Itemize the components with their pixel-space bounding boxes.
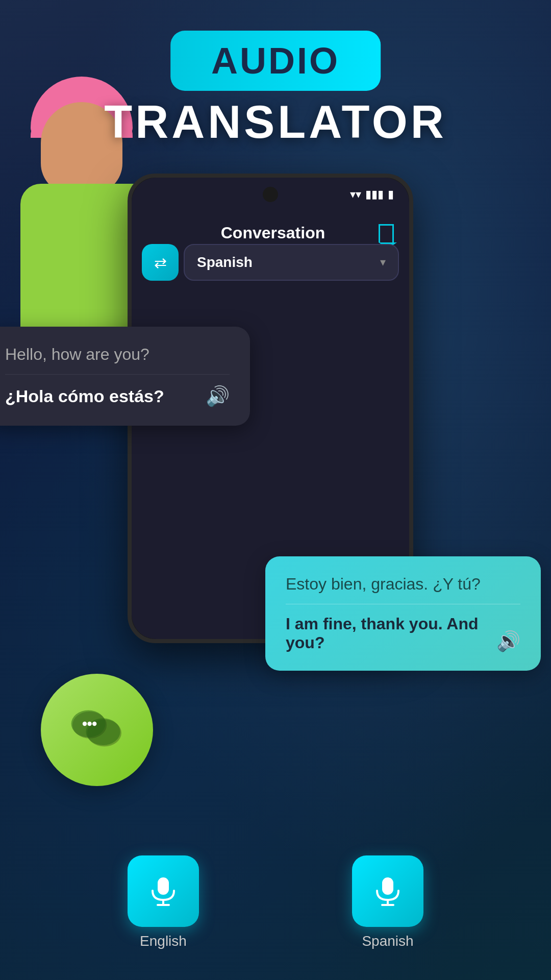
spanish-mic-button[interactable] [352, 855, 423, 927]
speaker-icon[interactable]: 🔊 [206, 385, 230, 407]
english-mic-container: English [128, 855, 199, 949]
language-name: Spanish [197, 254, 253, 271]
svg-point-6 [92, 722, 96, 726]
translator-label: TRANSLATOR [104, 96, 447, 149]
spanish-label: Spanish [362, 933, 413, 949]
teal-original-text: Estoy bien, gracias. ¿Y tú? [286, 575, 520, 604]
teal-translated-content: I am fine, thank you. And you? [286, 615, 491, 652]
dark-conversation-bubble: Hello, how are you? ¿Hola cómo estás? 🔊 [0, 327, 250, 426]
teal-translated-text: I am fine, thank you. And you? 🔊 [286, 615, 520, 652]
audio-label: AUDIO [211, 40, 340, 81]
chat-circle [41, 674, 153, 786]
header: AUDIO TRANSLATOR [104, 31, 447, 149]
signal-icon: ▮▮▮ [365, 188, 384, 201]
battery-icon: ▮ [388, 188, 394, 201]
phone-notch [263, 187, 278, 202]
mic-icon-spanish [370, 873, 406, 909]
svg-point-5 [87, 722, 91, 726]
audio-badge: AUDIO [170, 31, 381, 91]
chevron-down-icon: ▾ [380, 256, 386, 269]
svg-rect-7 [158, 877, 169, 895]
status-bar: ▾▾ ▮▮▮ ▮ [350, 188, 394, 201]
original-text: Hello, how are you? [5, 345, 230, 375]
chat-icon [66, 699, 128, 761]
mic-icon-english [145, 873, 181, 909]
svg-rect-10 [382, 877, 393, 895]
translated-text: ¿Hola cómo estás? 🔊 [5, 385, 230, 407]
language-selector: ⇄ Spanish ▾ [142, 244, 399, 281]
swap-button[interactable]: ⇄ [142, 244, 179, 281]
bookmark-icon[interactable] [379, 224, 394, 242]
language-button[interactable]: Spanish ▾ [184, 244, 399, 281]
wifi-icon: ▾▾ [350, 188, 361, 201]
swap-icon: ⇄ [154, 254, 167, 272]
spanish-mic-container: Spanish [352, 855, 423, 949]
english-mic-button[interactable] [128, 855, 199, 927]
english-label: English [140, 933, 187, 949]
teal-conversation-bubble: Estoy bien, gracias. ¿Y tú? I am fine, t… [265, 556, 541, 671]
translated-content: ¿Hola cómo estás? [5, 386, 164, 406]
screen-title: Conversation [167, 224, 379, 242]
svg-point-4 [83, 722, 87, 726]
teal-speaker-icon[interactable]: 🔊 [496, 630, 520, 652]
bottom-bar: English Spanish [0, 855, 551, 949]
